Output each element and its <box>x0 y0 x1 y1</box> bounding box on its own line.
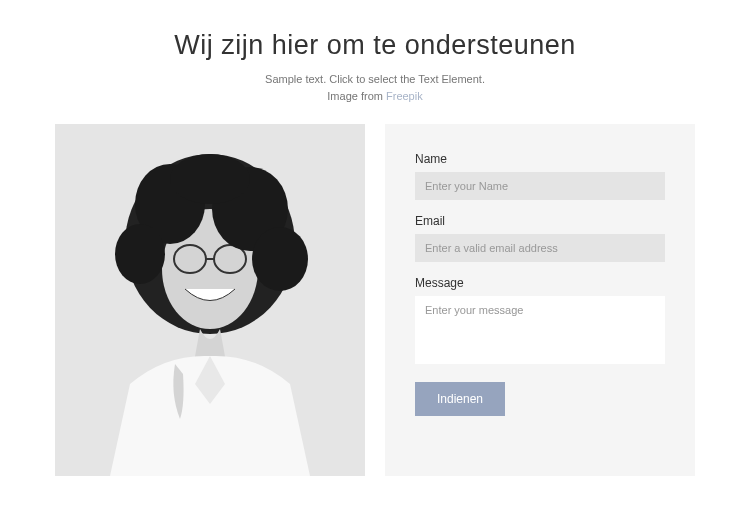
name-label: Name <box>415 152 665 166</box>
name-field: Name <box>415 152 665 200</box>
message-label: Message <box>415 276 665 290</box>
hero-image <box>55 124 365 476</box>
svg-point-9 <box>252 227 308 291</box>
subtitle-line1: Sample text. Click to select the Text El… <box>265 73 485 85</box>
freepik-link[interactable]: Freepik <box>386 90 423 102</box>
contact-form: Name Email Message Indienen <box>385 124 695 476</box>
message-input[interactable] <box>415 296 665 364</box>
name-input[interactable] <box>415 172 665 200</box>
email-label: Email <box>415 214 665 228</box>
header: Wij zijn hier om te ondersteunen Sample … <box>55 30 695 104</box>
svg-point-10 <box>170 154 250 204</box>
content-row: Name Email Message Indienen <box>55 124 695 476</box>
subtitle: Sample text. Click to select the Text El… <box>55 71 695 104</box>
email-input[interactable] <box>415 234 665 262</box>
subtitle-line2-prefix: Image from <box>327 90 386 102</box>
page-title: Wij zijn hier om te ondersteunen <box>55 30 695 61</box>
email-field: Email <box>415 214 665 262</box>
message-field: Message <box>415 276 665 368</box>
svg-point-8 <box>115 224 165 284</box>
submit-button[interactable]: Indienen <box>415 382 505 416</box>
